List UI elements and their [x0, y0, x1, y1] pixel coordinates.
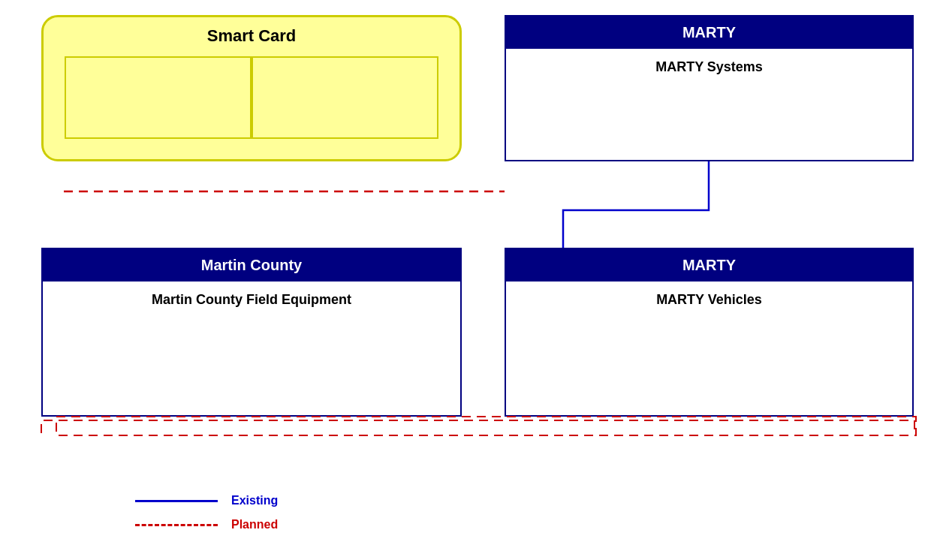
- legend-label-planned: Planned: [231, 518, 278, 531]
- marty-systems-header: MARTY: [506, 17, 912, 49]
- existing-line-sample: [135, 500, 218, 502]
- marty-systems-subtitle: MARTY Systems: [506, 49, 912, 86]
- legend-label-existing: Existing: [231, 494, 278, 507]
- planned-line-sample: [135, 524, 218, 526]
- martin-county-header: Martin County: [43, 249, 460, 282]
- smart-card-inner: [65, 56, 439, 139]
- marty-vehicles-box: MARTY MARTY Vehicles: [505, 248, 914, 417]
- smart-card-box: Smart Card: [41, 15, 462, 161]
- martin-county-box: Martin County Martin County Field Equipm…: [41, 248, 462, 417]
- smart-card-panel-right: [252, 56, 438, 139]
- smart-card-panel-left: [65, 56, 252, 139]
- diagram-container: Smart Card MARTY MARTY Systems Martin Co…: [0, 0, 940, 560]
- existing-connection-marty: [563, 161, 709, 248]
- legend-item-existing: Existing: [135, 494, 278, 507]
- marty-systems-box: MARTY MARTY Systems: [505, 15, 914, 161]
- smart-card-title: Smart Card: [207, 26, 297, 46]
- martin-county-subtitle: Martin County Field Equipment: [43, 282, 460, 318]
- planned-bottom-line: [41, 420, 914, 433]
- planned-outer-dashed-bottom: [56, 417, 916, 435]
- legend-item-planned: Planned: [135, 518, 278, 531]
- legend: Existing Planned: [135, 494, 278, 531]
- marty-vehicles-header: MARTY: [506, 249, 912, 282]
- marty-vehicles-subtitle: MARTY Vehicles: [506, 282, 912, 318]
